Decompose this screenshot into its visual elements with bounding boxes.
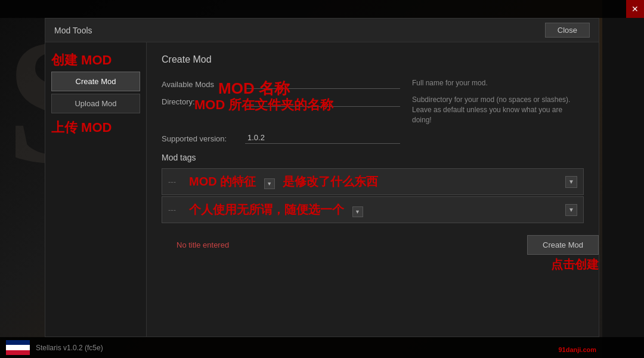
modal-body: 创建 MOD Create Mod Upload Mod 上传 MOD Crea… (45, 42, 599, 337)
modal-header: Mod Tools Close (45, 18, 599, 42)
tag2-dash: --- (168, 205, 183, 214)
create-mod-button[interactable]: Create Mod (527, 235, 599, 255)
tag2-annotation: 个人使用无所谓，随便选一个 ▼ (189, 202, 565, 218)
sidebar-item-create-mod[interactable]: Create Mod (51, 72, 140, 91)
bg-right-panel (602, 0, 644, 358)
annotation-create-mod: 创建 MOD (45, 48, 146, 69)
available-mods-row: Available Mods Full name for your mod. (162, 77, 584, 89)
tag2-dropdown-button[interactable]: ▼ (565, 204, 577, 216)
directory-help: Subdirectory for your mod (no spaces or … (412, 95, 584, 125)
tag1-dropdown-button[interactable]: ▼ (565, 176, 577, 188)
modal-title: Mod Tools (54, 26, 92, 35)
version-input[interactable] (245, 132, 400, 144)
directory-input[interactable] (245, 95, 400, 107)
annotation-upload-mod: 上传 MOD (45, 116, 146, 137)
bottom-bar: Stellaris v1.0.2 (fc5e) (0, 337, 644, 358)
mod-tools-modal: Mod Tools Close 创建 MOD Create Mod Upload… (45, 18, 599, 337)
no-title-message: No title entered (177, 240, 229, 249)
content-area: Create Mod MOD 名称 MOD 所在文件夹的名称 Available… (147, 42, 599, 337)
tag1-inline-dropdown[interactable]: ▼ (264, 178, 275, 189)
version-label: Supported version: (162, 132, 245, 143)
top-bar: ✕ (0, 0, 644, 18)
available-mods-help: Full name for your mod. (412, 78, 584, 88)
directory-label: Directory: (162, 95, 245, 106)
tag2-inline-dropdown[interactable]: ▼ (352, 206, 363, 217)
annotation-click-create: 点击创建 (551, 257, 599, 273)
mod-tags-section-title: Mod tags (162, 153, 584, 162)
flag-icon (6, 340, 30, 355)
close-icon: ✕ (631, 4, 639, 14)
tag-row-2: --- 个人使用无所谓，随便选一个 ▼ ▼ (162, 196, 584, 223)
available-mods-input[interactable] (245, 77, 400, 89)
available-mods-label: Available Mods (162, 78, 245, 89)
content-title: Create Mod (162, 54, 584, 65)
tag1-dash: --- (168, 177, 183, 186)
content-footer: No title entered Create Mod 点击创建 (177, 235, 599, 255)
tag-row-1: --- MOD 的特征 ▼ 是修改了什么东西 ▼ (162, 168, 584, 195)
sidebar-item-upload-mod[interactable]: Upload Mod (51, 94, 140, 113)
watermark: 91danji.com (558, 346, 596, 353)
sidebar: 创建 MOD Create Mod Upload Mod 上传 MOD (45, 42, 147, 337)
version-row: Supported version: (162, 132, 584, 144)
tag1-annotation: MOD 的特征 ▼ 是修改了什么东西 (189, 174, 565, 190)
window-close-button[interactable]: ✕ (626, 0, 644, 18)
close-button[interactable]: Close (545, 23, 590, 38)
version-label: Stellaris v1.0.2 (fc5e) (36, 344, 103, 352)
directory-row: Directory: Subdirectory for your mod (no… (162, 95, 584, 125)
